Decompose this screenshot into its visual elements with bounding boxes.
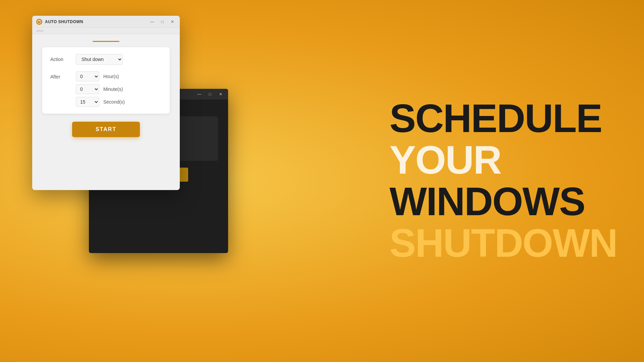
light-close-button[interactable]: ✕ — [168, 17, 177, 26]
action-card: Action Shut down Restart Log off Sleep H… — [42, 47, 170, 114]
light-window-content: Action Shut down Restart Log off Sleep H… — [32, 47, 180, 144]
seconds-label: Second(s) — [103, 99, 125, 105]
toolbar-menu-button[interactable] — [36, 30, 44, 32]
seconds-select[interactable]: 15304560 — [76, 97, 99, 107]
start-button[interactable]: START — [72, 122, 140, 137]
hero-line-schedule: SCHEDULE — [389, 98, 617, 139]
app-icon — [36, 19, 42, 25]
action-label: Action — [50, 57, 70, 62]
dark-maximize-button[interactable]: □ — [205, 90, 215, 98]
dark-close-button[interactable]: ✕ — [216, 90, 225, 98]
minutes-row: 051015 Minute(s) — [76, 84, 125, 94]
light-window-controls: — □ ✕ — [148, 16, 177, 27]
hours-row: 0123 Hour(s) — [76, 71, 125, 81]
light-toolbar — [32, 28, 180, 34]
light-titlebar: AUTO SHUTDOWN — □ ✕ — [32, 16, 180, 28]
hero-line-shutdown: SHUTDOWN — [389, 223, 617, 264]
accent-divider — [93, 41, 119, 42]
after-label: After — [50, 71, 70, 79]
hours-select[interactable]: 0123 — [76, 71, 99, 81]
hero-line-windows: WINDOWS — [389, 181, 617, 223]
light-window: AUTO SHUTDOWN — □ ✕ Action Shut down Res… — [32, 16, 180, 190]
hero-line-your: YOUR — [389, 139, 617, 181]
light-minimize-button[interactable]: — — [148, 17, 157, 26]
seconds-row: 15304560 Second(s) — [76, 97, 125, 107]
hero-text-block: SCHEDULE YOUR WINDOWS SHUTDOWN — [389, 98, 617, 264]
dark-minimize-button[interactable]: — — [195, 90, 204, 98]
minutes-select[interactable]: 051015 — [76, 84, 99, 94]
action-select[interactable]: Shut down Restart Log off Sleep Hibernat… — [76, 54, 123, 65]
action-row: Action Shut down Restart Log off Sleep H… — [50, 54, 162, 65]
minutes-label: Minute(s) — [103, 86, 123, 92]
time-rows: 0123 Hour(s) 051015 Minute(s) 15304560 — [76, 71, 125, 107]
hours-label: Hour(s) — [103, 74, 119, 79]
light-maximize-button[interactable]: □ — [158, 17, 167, 26]
light-window-title: AUTO SHUTDOWN — [45, 19, 83, 24]
